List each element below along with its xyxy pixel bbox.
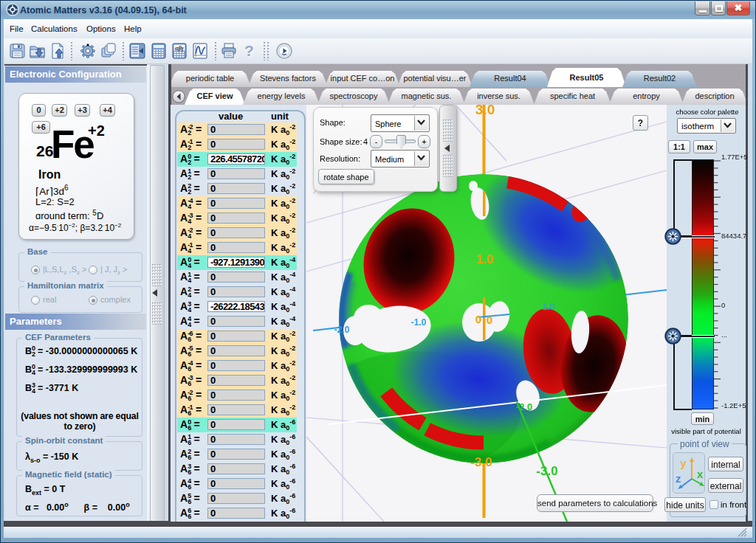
svg-text:-2.0: -2.0 [334, 325, 350, 335]
svg-text:-1.0: -1.0 [411, 317, 427, 328]
svg-text:αβγ: αβγ [175, 45, 185, 52]
svg-text:-2.0: -2.0 [516, 401, 532, 412]
svg-text:3.0: 3.0 [475, 105, 495, 117]
svg-text:1.0: 1.0 [543, 302, 555, 312]
svg-text:-3.0: -3.0 [470, 455, 492, 469]
svg-text:-3.0: -3.0 [536, 464, 557, 478]
svg-text:0: 0 [475, 313, 481, 325]
svg-text:1.0: 1.0 [476, 252, 494, 266]
svg-text:y: y [680, 457, 687, 469]
svg-text:z: z [676, 472, 681, 485]
svg-text:0: 0 [487, 314, 492, 326]
svg-text:x: x [697, 468, 704, 480]
